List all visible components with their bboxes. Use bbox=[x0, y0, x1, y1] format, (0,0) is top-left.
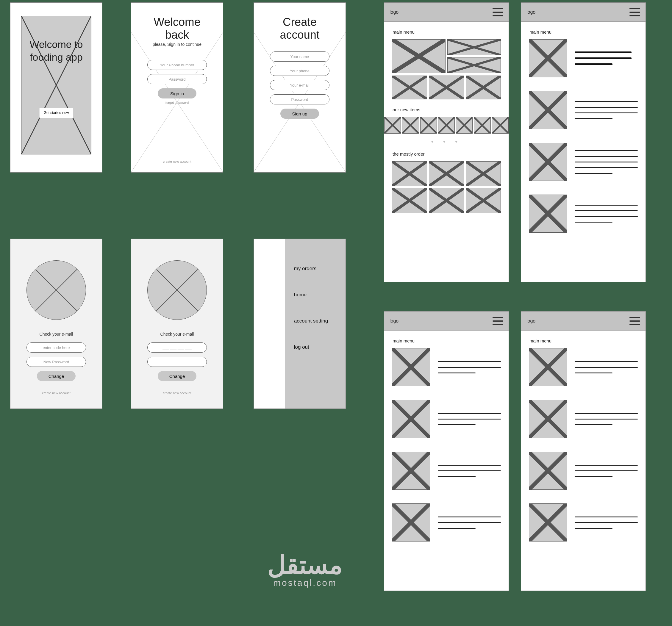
watermark-latin: mostaql.com bbox=[250, 578, 360, 588]
section-main-menu: main menu bbox=[392, 29, 509, 34]
list-item[interactable] bbox=[392, 503, 501, 541]
section-most-ordered: the mostly order bbox=[392, 151, 509, 156]
hero-image-placeholder: Welcome tofooding app Get started now bbox=[21, 16, 91, 154]
list-item[interactable] bbox=[392, 348, 501, 386]
list-item[interactable] bbox=[529, 91, 638, 129]
app-bar: logo bbox=[521, 3, 646, 22]
otp-confirm-input[interactable]: ___ ___ ___ ___ bbox=[147, 357, 207, 367]
email-input[interactable]: Your e-mail bbox=[270, 80, 330, 90]
order-tile[interactable] bbox=[392, 161, 427, 186]
carousel-dots[interactable]: ● ● ● bbox=[384, 139, 509, 144]
list-item[interactable] bbox=[529, 195, 638, 233]
order-tile[interactable] bbox=[466, 161, 501, 186]
create-account-link[interactable]: create new account bbox=[131, 391, 223, 395]
menu-tile[interactable] bbox=[466, 76, 501, 99]
order-tile[interactable] bbox=[466, 188, 501, 213]
logo-text: logo bbox=[526, 318, 535, 324]
logo-text: logo bbox=[389, 9, 399, 15]
drawer-item-account[interactable]: account setting bbox=[294, 318, 338, 324]
hero-tile[interactable] bbox=[447, 39, 501, 55]
get-started-button[interactable]: Get started now bbox=[40, 108, 73, 118]
hamburger-icon[interactable] bbox=[629, 8, 640, 16]
list-item[interactable] bbox=[529, 143, 638, 181]
section-main-menu: main menu bbox=[392, 338, 509, 343]
screen-list-b: logo main menu bbox=[384, 311, 509, 591]
forgot-password-link[interactable]: forget password bbox=[141, 101, 213, 104]
hero-tile[interactable] bbox=[392, 39, 446, 73]
app-bar: logo bbox=[521, 312, 646, 331]
logo-text: logo bbox=[389, 318, 399, 324]
otp-input[interactable]: ___ ___ ___ ___ bbox=[147, 342, 207, 353]
change-button[interactable]: Change bbox=[158, 371, 196, 381]
list-item[interactable] bbox=[529, 452, 638, 490]
name-input[interactable]: Your name bbox=[270, 51, 330, 62]
drawer-item-orders[interactable]: my orders bbox=[294, 266, 338, 272]
verify-label: Check your e-mail bbox=[131, 332, 223, 337]
menu-tile[interactable] bbox=[392, 76, 427, 99]
list-item[interactable] bbox=[392, 452, 501, 490]
order-tile[interactable] bbox=[392, 188, 427, 213]
signup-button[interactable]: Sign up bbox=[280, 109, 319, 119]
screen-list-a: logo main menu bbox=[521, 2, 646, 282]
screen-verify-otp: Check your e-mail ___ ___ ___ ___ ___ __… bbox=[131, 239, 223, 409]
screen-list-c: logo main menu bbox=[521, 311, 646, 591]
screen-welcome: Welcome tofooding app Get started now bbox=[10, 2, 102, 173]
hamburger-icon[interactable] bbox=[493, 317, 503, 325]
signin-title: Welcome back bbox=[141, 16, 213, 41]
signin-button[interactable]: Sign in bbox=[158, 88, 196, 98]
phone-input[interactable]: Your phone bbox=[270, 66, 330, 76]
signin-subtitle: please, Sign in to continue bbox=[141, 42, 213, 47]
hero-tile[interactable] bbox=[447, 57, 501, 73]
hamburger-icon[interactable] bbox=[493, 8, 503, 16]
section-main-menu: main menu bbox=[529, 29, 646, 34]
watermark: مستقل mostaql.com bbox=[250, 550, 360, 588]
code-input[interactable]: enter code here bbox=[26, 342, 86, 353]
section-main-menu: main menu bbox=[529, 338, 646, 343]
phone-input[interactable]: Your Phone number bbox=[147, 60, 207, 70]
list-item[interactable] bbox=[529, 39, 638, 77]
create-account-link[interactable]: create new account bbox=[10, 391, 102, 395]
avatar-placeholder bbox=[147, 260, 207, 320]
screen-home: logo main menu our new items ● ● ● the m… bbox=[384, 2, 509, 282]
password-input[interactable]: Password bbox=[147, 74, 207, 84]
welcome-title: Welcome tofooding app bbox=[21, 38, 91, 63]
change-button[interactable]: Change bbox=[37, 371, 76, 381]
list-item[interactable] bbox=[529, 400, 638, 438]
drawer-item-home[interactable]: home bbox=[294, 292, 338, 298]
app-bar: logo bbox=[384, 3, 509, 22]
watermark-arabic: مستقل bbox=[250, 550, 360, 580]
signup-title: Create account bbox=[264, 16, 335, 41]
menu-tile[interactable] bbox=[429, 76, 464, 99]
new-password-input[interactable]: New Password bbox=[26, 357, 86, 367]
screen-drawer: my orders home account setting log out bbox=[254, 239, 346, 409]
drawer-item-logout[interactable]: log out bbox=[294, 344, 338, 350]
list-item[interactable] bbox=[529, 503, 638, 541]
logo-text: logo bbox=[526, 9, 535, 15]
new-items-carousel[interactable] bbox=[384, 117, 509, 134]
order-tile[interactable] bbox=[429, 188, 464, 213]
screen-signup: Create account Your name Your phone Your… bbox=[254, 2, 346, 173]
password-input[interactable]: Password bbox=[270, 94, 330, 104]
list-item[interactable] bbox=[529, 348, 638, 386]
nav-drawer: my orders home account setting log out bbox=[285, 239, 345, 409]
section-new-items: our new items bbox=[392, 107, 509, 112]
screen-verify-code: Check your e-mail enter code here New Pa… bbox=[10, 239, 102, 409]
screen-signin: Welcome back please, Sign in to continue… bbox=[131, 2, 223, 173]
avatar-placeholder bbox=[26, 260, 86, 320]
verify-label: Check your e-mail bbox=[10, 332, 102, 337]
list-item[interactable] bbox=[392, 400, 501, 438]
create-account-link[interactable]: create new account bbox=[131, 160, 223, 163]
hamburger-icon[interactable] bbox=[629, 317, 640, 325]
order-tile[interactable] bbox=[429, 161, 464, 186]
app-bar: logo bbox=[384, 312, 509, 331]
